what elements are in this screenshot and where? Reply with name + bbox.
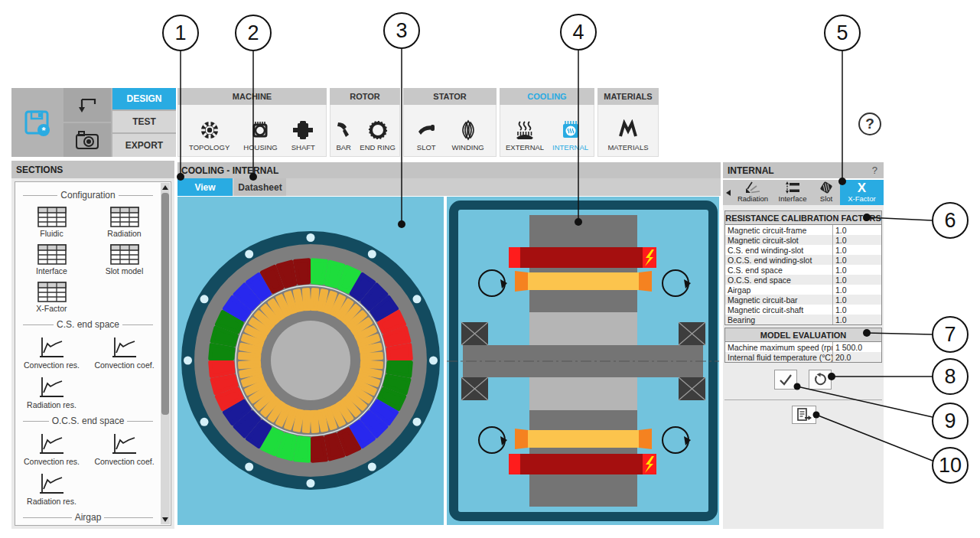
ribbon-item-slot[interactable]: SLOT — [412, 105, 440, 156]
ribbon-item-internal[interactable]: INTERNAL — [549, 105, 591, 156]
export-report-button[interactable] — [792, 406, 816, 424]
table-row: Magnetic circuit-bar 1.0 — [725, 295, 881, 305]
main-view-title: COOLING - INTERNAL — [181, 165, 278, 176]
ribbon-item-housing[interactable]: HOUSING — [240, 105, 280, 156]
section-item-label: Convection coef. — [94, 457, 154, 466]
panel-tab-radiation[interactable]: Radiation — [733, 180, 773, 205]
section-item-label: Radiation — [107, 229, 141, 238]
row-value[interactable]: 1.0 — [833, 255, 881, 265]
radial-cross-section-view[interactable] — [177, 197, 444, 525]
row-value[interactable]: 1.0 — [833, 305, 881, 315]
table-icon — [37, 207, 67, 227]
ribbon-item-end-ring[interactable]: END RING — [357, 105, 398, 156]
curve-icon — [38, 376, 66, 399]
row-value[interactable]: 20.0 — [833, 352, 881, 362]
callout-5: 5 — [824, 15, 861, 51]
table-icon — [37, 282, 67, 302]
design-mode-button[interactable]: DESIGN — [112, 88, 176, 109]
apply-button[interactable] — [774, 370, 797, 390]
check-icon — [778, 373, 793, 386]
table-row: Magnetic circuit-frame 1.0 — [725, 225, 881, 235]
row-value[interactable]: 1.0 — [833, 295, 881, 305]
callout-3: 3 — [383, 12, 420, 49]
row-value[interactable]: 1 500.0 — [833, 342, 881, 352]
ribbon-item-label: SHAFT — [291, 143, 315, 152]
ribbon-item-label: INTERNAL — [552, 143, 588, 152]
section-item-radiation[interactable]: Radiation — [88, 202, 161, 240]
internal-panel-tabs: Radiation Interface Slot X X-Factor — [723, 180, 884, 205]
housing-icon — [249, 119, 271, 141]
ribbon-item-label: BAR — [336, 143, 351, 152]
ribbon-item-materials[interactable]: MATERIALS — [604, 105, 651, 156]
panel-tab-interface[interactable]: Interface — [773, 180, 812, 205]
ribbon-item-label: TOPOLOGY — [189, 143, 230, 152]
section-item-cs-convection-coef[interactable]: Convection coef. — [88, 331, 161, 371]
winding-top — [515, 271, 652, 292]
table-row: Bearing 1.0 — [725, 315, 881, 324]
section-item-ocs-convection-coef[interactable]: Convection coef. — [88, 428, 161, 468]
scrollbar-thumb[interactable] — [161, 193, 169, 415]
section-item-cs-convection-res[interactable]: Convection res. — [15, 331, 88, 371]
section-item-interface[interactable]: Interface — [15, 240, 88, 277]
callout-6: 6 — [932, 202, 969, 239]
section-item-airgap-2[interactable] — [88, 524, 161, 525]
section-item-airgap-1[interactable] — [15, 524, 88, 525]
ribbon-group-materials: MATERIALS MATERIALS — [597, 88, 659, 157]
shaft-icon — [291, 119, 314, 141]
ribbon-group-stator: STATOR SLOT WINDING — [403, 88, 497, 157]
end-ring-top — [509, 247, 656, 268]
external-cooling-icon — [513, 119, 536, 141]
row-value[interactable]: 1.0 — [833, 225, 881, 235]
row-label: O.C.S. end space — [725, 275, 833, 285]
panel-tab-x-factor[interactable]: X X-Factor — [840, 180, 884, 205]
callout-8: 8 — [932, 358, 969, 395]
ribbon-item-shaft[interactable]: SHAFT — [288, 105, 318, 156]
help-button[interactable]: ? — [858, 112, 881, 135]
ribbon-item-bar[interactable]: BAR — [331, 105, 356, 156]
callout-7: 7 — [932, 316, 969, 353]
screenshot-button[interactable] — [63, 123, 111, 157]
undo-button[interactable] — [63, 88, 111, 122]
row-value[interactable]: 1.0 — [833, 275, 881, 285]
section-item-cs-radiation-res[interactable]: Radiation res. — [15, 371, 88, 411]
ribbon-item-topology[interactable]: TOPOLOGY — [186, 105, 233, 156]
row-label: O.C.S. end winding-slot — [725, 255, 833, 265]
section-item-fluidic[interactable]: Fluidic — [15, 202, 88, 240]
panel-tab-label: Radiation — [737, 194, 768, 203]
ribbon-item-winding[interactable]: WINDING — [449, 105, 487, 156]
reset-button[interactable] — [809, 370, 832, 390]
row-value[interactable]: 1.0 — [833, 245, 881, 255]
panel-tab-slot[interactable]: Slot — [812, 180, 840, 205]
callout-2: 2 — [235, 15, 272, 51]
panel-divider — [724, 399, 882, 400]
row-value[interactable]: 1.0 — [833, 235, 881, 245]
row-value[interactable]: 1.0 — [833, 285, 881, 295]
scroll-up-icon[interactable] — [161, 183, 170, 192]
tab-scroll-left-icon[interactable] — [723, 180, 733, 205]
scroll-down-icon[interactable] — [161, 515, 170, 524]
row-value[interactable]: 1.0 — [833, 315, 881, 324]
radiation-tab-icon — [744, 181, 761, 194]
export-mode-button[interactable]: EXPORT — [112, 134, 176, 157]
section-item-slot-model[interactable]: Slot model — [88, 240, 161, 277]
sections-header: SECTIONS — [11, 161, 174, 178]
ribbon-item-external[interactable]: EXTERNAL — [503, 105, 547, 156]
section-item-label: Convection res. — [24, 360, 80, 370]
save-button[interactable]: * — [11, 88, 62, 157]
resistance-calibration-table: RESISTANCE CALIBRATION FACTORS Magnetic … — [724, 210, 882, 325]
section-item-ocs-radiation-res[interactable]: Radiation res. — [15, 468, 88, 507]
panel-help-icon[interactable]: ? — [872, 165, 877, 176]
sections-scrollbar[interactable] — [161, 183, 170, 524]
curve-icon — [38, 336, 66, 359]
sections-list: Configuration Fluidic — [15, 182, 161, 525]
section-item-ocs-convection-res[interactable]: Convection res. — [15, 428, 88, 468]
tab-datasheet[interactable]: Datasheet — [234, 178, 286, 196]
test-mode-button[interactable]: TEST — [112, 111, 176, 132]
row-value[interactable]: 1.0 — [833, 265, 881, 275]
section-item-x-factor[interactable]: X-Factor — [15, 277, 88, 315]
tab-view[interactable]: View — [177, 178, 233, 196]
axial-cross-section-view[interactable] — [447, 197, 719, 525]
ribbon-item-label: HOUSING — [243, 143, 277, 152]
ribbon-group-machine: MACHINE TOPOLOGY — [177, 88, 327, 157]
callout-10: 10 — [932, 447, 969, 484]
